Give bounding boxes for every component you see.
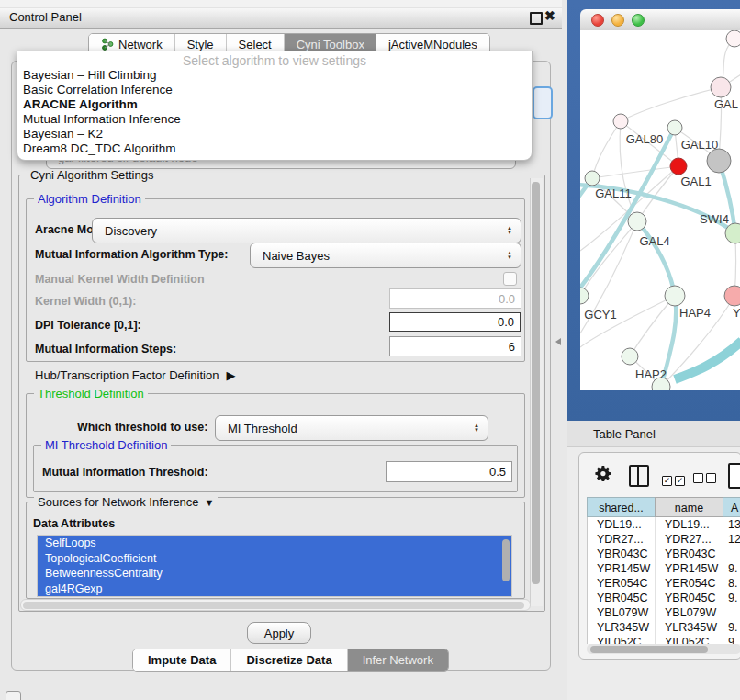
- close-traffic-light-icon[interactable]: [591, 14, 604, 27]
- tab-label: Network: [118, 38, 163, 51]
- cell: 9.: [723, 635, 740, 644]
- table-body[interactable]: YDL19...YDL19...13 YDR27...YDR27...12 YB…: [587, 517, 740, 644]
- settings-hscrollbar[interactable]: [20, 599, 531, 611]
- network-graph: GAL GAL80 GAL10 GAL1 GAL11 GAL4 SWI4 GCY…: [580, 30, 740, 390]
- dpi-tolerance-field[interactable]: 0.0: [389, 312, 521, 332]
- node-gal10[interactable]: [667, 120, 682, 135]
- kernel-width-field[interactable]: 0.0: [389, 288, 521, 309]
- table-row[interactable]: YDL19...YDL19...13: [588, 517, 740, 532]
- data-attributes-list[interactable]: SelfLoops TopologicalCoefficient Between…: [37, 535, 512, 597]
- settings-scrollbar-thumb[interactable]: [532, 182, 540, 584]
- gear-icon[interactable]: [594, 464, 613, 487]
- node-gray[interactable]: [707, 149, 731, 173]
- float-icon[interactable]: [530, 12, 543, 25]
- algorithm-popup-list: Select algorithm to view settings Bayesi…: [17, 51, 533, 161]
- node[interactable]: [726, 30, 740, 47]
- network-view-canvas[interactable]: GAL GAL80 GAL10 GAL1 GAL11 GAL4 SWI4 GCY…: [580, 30, 740, 390]
- tab-infer-network[interactable]: Infer Network: [348, 649, 448, 671]
- tab-impute-data[interactable]: Impute Data: [133, 649, 231, 671]
- collapsed-panel-icon[interactable]: [6, 691, 21, 700]
- minimize-traffic-light-icon[interactable]: [611, 14, 624, 27]
- mi-threshold-field[interactable]: 0.5: [386, 461, 512, 482]
- menu-item[interactable]: Mutual Information Inference: [23, 112, 181, 126]
- node-label: GAL80: [626, 132, 663, 146]
- menu-item[interactable]: Bayesian – K2: [23, 127, 103, 141]
- bottom-tab-bar: Impute Data Discretize Data Infer Networ…: [132, 649, 449, 672]
- checked-columns-icon[interactable]: ✓✓: [662, 470, 688, 487]
- node-gal11[interactable]: [585, 171, 600, 186]
- table-row[interactable]: YPR145WYPR145W9.: [588, 561, 740, 576]
- attributes-scrollbar-thumb[interactable]: [502, 539, 510, 581]
- menu-item[interactable]: Dream8 DC_TDC Algorithm: [23, 141, 176, 155]
- network-icon: [101, 38, 114, 51]
- manual-kernel-checkbox[interactable]: [503, 272, 517, 286]
- cell: 9.: [723, 591, 740, 605]
- cell: YBR045C: [588, 591, 656, 605]
- menu-item[interactable]: Bayesian – Hill Climbing: [23, 68, 157, 82]
- collapse-down-icon[interactable]: ▼: [205, 497, 215, 508]
- table-row[interactable]: YIL052CYIL052C9.: [588, 635, 740, 644]
- mi-type-combo[interactable]: Naive Bayes ▲▼: [250, 243, 521, 268]
- screen: Control Panel ✖ Network Style Select Cyn…: [0, 0, 740, 700]
- column-header[interactable]: name: [655, 497, 723, 517]
- mi-type-label: Mutual Information Algorithm Type:: [35, 243, 228, 265]
- table-row[interactable]: YBR043CYBR043C: [588, 547, 740, 561]
- cell: YDR27...: [656, 532, 723, 547]
- cell: YBR043C: [588, 547, 656, 561]
- table-file-icon[interactable]: [728, 463, 740, 489]
- zoom-traffic-light-icon[interactable]: [632, 14, 645, 27]
- network-window-titlebar[interactable]: [580, 9, 740, 31]
- aracne-mode-combo[interactable]: Discovery ▲▼: [92, 218, 521, 243]
- hub-definition-label: Hub/Transcription Factor Definition: [35, 368, 219, 382]
- close-icon[interactable]: ✖: [544, 8, 555, 23]
- unchecked-columns-icon[interactable]: [693, 470, 719, 487]
- table-panel-header: Table Panel: [567, 421, 740, 447]
- table-header-row: shared... name A: [587, 497, 740, 517]
- table-hscrollbar[interactable]: [587, 644, 740, 654]
- column-header[interactable]: A: [723, 497, 740, 517]
- kernel-width-label: Kernel Width (0,1):: [35, 290, 136, 312]
- tab-label: jActiveMNodules: [388, 38, 477, 51]
- node-hap4[interactable]: [665, 286, 685, 306]
- table-row[interactable]: YLR345WYLR345W9.: [588, 620, 740, 635]
- apply-button[interactable]: Apply: [247, 622, 311, 644]
- settings-hscrollbar-thumb[interactable]: [23, 602, 524, 609]
- cell: 12: [723, 532, 740, 547]
- node-label: GAL10: [681, 138, 718, 152]
- table-row[interactable]: YBR045CYBR045C9.: [588, 591, 740, 605]
- node-gal80[interactable]: [613, 114, 628, 129]
- which-threshold-combo[interactable]: MI Threshold ▲▼: [215, 415, 488, 441]
- split-pane-collapse-icon[interactable]: [555, 338, 561, 345]
- popup-prompt: Select algorithm to view settings: [17, 53, 532, 68]
- data-attributes-label: Data Attributes: [33, 513, 115, 535]
- node-gcy1[interactable]: [580, 288, 589, 304]
- node-label: GAL4: [639, 234, 669, 248]
- table-row[interactable]: YER054CYER054C8.: [588, 576, 740, 591]
- node-gal1-selected[interactable]: [670, 158, 687, 175]
- group-title: MI Threshold Definition: [41, 438, 171, 452]
- column-header[interactable]: shared...: [587, 497, 655, 517]
- node-label: GAL: [714, 97, 738, 111]
- network-nodes[interactable]: [580, 30, 740, 390]
- tab-label: Impute Data: [148, 653, 216, 667]
- menu-item-selected[interactable]: ARACNE Algorithm: [23, 97, 138, 111]
- list-item[interactable]: SelfLoops: [38, 536, 511, 551]
- tab-discretize-data[interactable]: Discretize Data: [231, 649, 347, 671]
- spinner-arrows-icon: ▲▼: [507, 226, 512, 235]
- dpi-tolerance-label: DPI Tolerance [0,1]:: [35, 314, 141, 336]
- list-item[interactable]: gal4RGexp: [38, 581, 511, 597]
- hub-definition-toggle[interactable]: Hub/Transcription Factor Definition ▶: [35, 364, 235, 386]
- split-column-icon[interactable]: [629, 465, 649, 487]
- node-gal[interactable]: [711, 77, 731, 97]
- tab-label: Style: [187, 38, 214, 51]
- menu-item[interactable]: Basic Correlation Inference: [23, 83, 173, 96]
- list-item[interactable]: BetweennessCentrality: [38, 566, 511, 581]
- table-hscrollbar-thumb[interactable]: [590, 646, 708, 653]
- mi-steps-field[interactable]: 6: [389, 336, 521, 356]
- list-item[interactable]: TopologicalCoefficient: [38, 551, 511, 567]
- table-row[interactable]: YBL079WYBL079W: [588, 605, 740, 620]
- node-gal4[interactable]: [628, 212, 646, 231]
- table-row[interactable]: YDR27...YDR27...12: [588, 532, 740, 547]
- node-hap2[interactable]: [622, 348, 638, 365]
- node-pink[interactable]: [724, 286, 740, 306]
